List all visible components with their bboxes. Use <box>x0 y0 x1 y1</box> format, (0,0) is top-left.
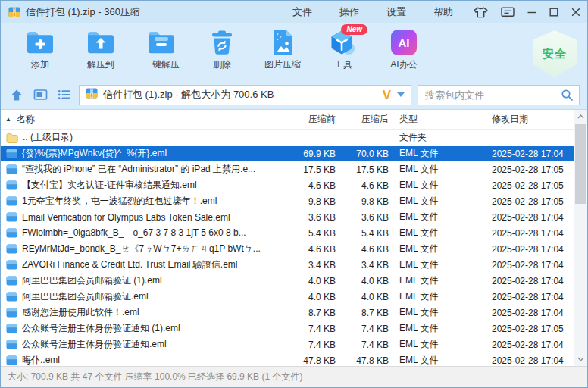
scroll-up-icon[interactable] <box>574 111 586 123</box>
list-view-icon[interactable] <box>58 89 71 100</box>
status-text: 大小: 700.9 KB 共 47 个文件 压缩率 100.0% 已经选择 69… <box>8 371 302 383</box>
menubar: 文件操作设置帮助 <box>292 5 453 19</box>
column-header-name[interactable]: ▲ 名称 <box>5 113 287 126</box>
table-row[interactable]: Email Verification for Olympus Labs Toke… <box>1 209 574 225</box>
eml-file-icon <box>6 212 17 222</box>
table-row[interactable]: 晦仆..eml47.8 KB47.8 KBEML 文件2025-02-28 17… <box>1 352 574 366</box>
size-before: 47.8 KB <box>287 355 336 366</box>
eml-file-icon <box>6 149 17 158</box>
file-name: 晦仆..eml <box>22 354 60 366</box>
file-type: EML 文件 <box>399 338 492 351</box>
maximize-button[interactable] <box>549 7 559 17</box>
toolbar-tools-button[interactable]: New工具 <box>313 27 374 71</box>
table-row[interactable]: 1元夺宝年终奖，屯一波猛烈的红包过壕年！.eml9.8 KB9.8 KBEML … <box>1 193 574 209</box>
eml-file-icon <box>6 180 17 190</box>
skin-icon[interactable] <box>473 6 489 19</box>
toolbar-button-label: 删除 <box>213 58 231 71</box>
file-name: ZAVORi Finance & Credit Ltd. Trust Email… <box>22 258 238 271</box>
safe-shield-badge[interactable]: 安全 <box>533 30 577 77</box>
table-row[interactable]: REyMrMtJd=_bondk_B_ㄝ《7ㄋWㄅ7+ㄌㄏㄐq1P bWtㄅ..… <box>1 241 574 257</box>
eml-file-icon <box>6 228 17 238</box>
file-name: .. (上级目录) <box>23 131 73 144</box>
modified-date: 2025-02-28 17:04 <box>492 244 574 255</box>
table-row[interactable]: 公众账号注册主体身份验证通知.eml7.4 KB7.4 KBEML 文件2025… <box>1 336 574 352</box>
size-after: 3.4 KB <box>336 260 389 271</box>
size-before: 69.9 KB <box>287 149 336 159</box>
scrollbar-thumb[interactable] <box>575 124 586 204</box>
menu-item-help[interactable]: 帮助 <box>433 5 453 19</box>
feedback-icon[interactable] <box>500 6 515 19</box>
table-row[interactable]: 感谢您注册使用此软件！.eml8.7 KB8.7 KBEML 文件2025-02… <box>1 305 574 321</box>
close-button[interactable] <box>571 7 581 17</box>
size-before: 4.0 KB <box>287 276 336 286</box>
column-header-after[interactable]: 压缩后 <box>336 113 389 126</box>
new-badge: New <box>341 24 368 35</box>
eml-file-icon <box>6 355 17 365</box>
menu-item-settings[interactable]: 设置 <box>386 5 406 19</box>
table-row[interactable]: “查找我的 iPhone” 已在 “Administrator” 的 iPad … <box>1 161 574 177</box>
size-after: 70.0 KB <box>336 149 389 159</box>
toolbar-one-click-extract-button[interactable]: 一键解压 <box>131 27 192 71</box>
go-up-icon[interactable] <box>10 89 23 102</box>
archive-path-combobox[interactable]: 信件打包 (1).zip - 解包大小为 700.6 KB V <box>79 85 411 105</box>
toolbar-extract-to-button[interactable]: 解压到 <box>70 27 131 71</box>
eml-file-icon <box>6 260 17 270</box>
modified-date: 2025-02-28 17:04 <box>492 260 574 271</box>
table-row[interactable]: 公众账号注册主体身份验证通知 (1).eml7.4 KB7.4 KBEML 文件… <box>1 321 574 336</box>
search-input[interactable] <box>424 89 561 102</box>
table-row[interactable]: 【支付宝】实名认证-证件审核结果通知.eml4.6 KB4.6 KBEML 文件… <box>1 177 574 193</box>
table-row[interactable]: 阿里巴巴集团会员邮箱验证.eml4.0 KB4.0 KBEML 文件2025-0… <box>1 289 574 305</box>
table-row[interactable]: FWloimbh=_0lga8bfk_B_ o_67 3 7 8 3 1jT 5… <box>1 225 574 241</box>
size-before: 3.6 KB <box>287 212 336 223</box>
archive-zip-icon <box>86 87 98 102</box>
file-type: 文件夹 <box>399 131 492 144</box>
file-type: EML 文件 <box>399 290 492 303</box>
eml-file-icon <box>6 292 17 302</box>
modified-date: 2025-02-28 17:04 <box>492 276 574 286</box>
file-name: 1元夺宝年终奖，屯一波猛烈的红包过壕年！.eml <box>22 195 217 208</box>
file-type: EML 文件 <box>399 242 492 255</box>
size-after: 4.0 KB <box>336 292 389 302</box>
file-name: “查找我的 iPhone” 已在 “Administrator” 的 iPad … <box>22 163 255 176</box>
file-table: ▲ 名称 压缩前 压缩后 类型 修改日期 .. (上级目录)文件夹{發}%{票}… <box>1 110 587 366</box>
search-icon[interactable] <box>561 89 574 102</box>
table-row[interactable]: .. (上级目录)文件夹 <box>1 130 574 146</box>
file-list: .. (上级目录)文件夹{發}%{票}MPgWnkv{贷}^_%{开}.eml6… <box>1 130 587 366</box>
eml-file-icon <box>6 196 17 206</box>
toolbar-button-label: 添加 <box>31 58 49 71</box>
table-row[interactable]: 阿里巴巴集团会员邮箱验证 (1).eml4.0 KB4.0 KBEML 文件20… <box>1 273 574 289</box>
toolbar-ai-office-button[interactable]: AIAI办公 <box>374 27 434 71</box>
file-type: EML 文件 <box>399 211 492 224</box>
chevron-down-icon[interactable] <box>397 92 405 97</box>
toolbar-button-label: 工具 <box>334 58 352 71</box>
size-before: 9.8 KB <box>287 196 336 207</box>
modified-date: 2025-02-28 17:04 <box>492 212 574 223</box>
preview-pane-icon[interactable] <box>33 89 48 101</box>
toolbar-delete-button[interactable]: 删除 <box>192 27 252 71</box>
menu-item-operation[interactable]: 操作 <box>339 5 359 19</box>
size-after: 17.5 KB <box>336 164 389 175</box>
vertical-scrollbar[interactable] <box>574 110 587 366</box>
column-header-date[interactable]: 修改日期 <box>492 113 574 126</box>
modified-date: 2025-02-28 17:04 <box>492 292 574 302</box>
table-row[interactable]: {發}%{票}MPgWnkv{贷}^_%{开}.eml69.9 KB70.0 K… <box>1 146 574 161</box>
toolbar-button-label: AI办公 <box>390 58 417 71</box>
menu-item-file[interactable]: 文件 <box>292 5 312 19</box>
toolbar-buttons: 添加解压到一键解压删除图片压缩New工具AIAI办公 <box>10 27 434 71</box>
delete-icon <box>209 27 235 58</box>
file-type: EML 文件 <box>399 163 492 176</box>
modified-date: 2025-02-28 17:04 <box>492 355 574 366</box>
scroll-down-icon[interactable] <box>574 353 586 365</box>
table-row[interactable]: ZAVORi Finance & Credit Ltd. Trust Email… <box>1 257 574 273</box>
size-before: 4.0 KB <box>287 292 336 302</box>
toolbar-image-compress-button[interactable]: 图片压缩 <box>252 27 313 71</box>
column-header-before[interactable]: 压缩前 <box>287 113 336 126</box>
modified-date: 2025-02-28 17:05 <box>492 324 574 334</box>
size-before: 5.4 KB <box>287 228 336 239</box>
minimize-button[interactable] <box>527 7 537 17</box>
column-header-type[interactable]: 类型 <box>399 113 492 126</box>
toolbar-add-button[interactable]: 添加 <box>10 27 70 71</box>
file-name: 公众账号注册主体身份验证通知.eml <box>22 338 167 351</box>
file-name: REyMrMtJd=_bondk_B_ㄝ《7ㄋWㄅ7+ㄌㄏㄐq1P bWtㄅ..… <box>22 242 261 255</box>
modified-date: 2025-02-28 17:04 <box>492 308 574 318</box>
